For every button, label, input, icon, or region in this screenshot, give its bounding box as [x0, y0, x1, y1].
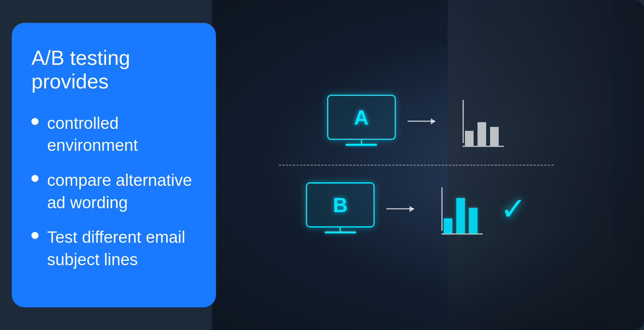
variant-b-row: B	[306, 166, 527, 252]
monitor-b: B	[306, 182, 375, 235]
monitor-b-stand	[340, 227, 341, 231]
chart-a-axes	[455, 100, 506, 147]
bar-a1	[465, 131, 474, 146]
chart-a-bars	[465, 122, 499, 146]
winner-checkmark: ✓	[500, 193, 527, 225]
list-item-2: compare alternative ad wording	[31, 169, 196, 214]
chart-b-bars	[444, 198, 478, 233]
chart-b-y-axis	[441, 187, 443, 231]
bar-b2	[456, 198, 465, 233]
arrow-a-line	[408, 121, 435, 122]
monitor-a-base	[346, 144, 377, 146]
arrow-b-line	[386, 208, 414, 209]
bar-a2	[478, 122, 486, 146]
chart-b	[434, 183, 485, 235]
page-container: A	[0, 0, 644, 330]
ab-diagram: A	[275, 55, 558, 275]
bullet-dot-1	[31, 118, 38, 125]
monitor-b-base	[325, 231, 356, 233]
monitor-a: A	[327, 95, 396, 148]
bar-a3	[490, 127, 499, 146]
monitor-a-screen: A	[327, 95, 396, 140]
arrow-a	[408, 121, 443, 122]
bar-b1	[444, 218, 452, 233]
info-card: A/B testing provides controlled environm…	[12, 23, 216, 307]
bullet-list: controlled environment compare alternati…	[31, 112, 196, 284]
bullet-text-3: Test different email subject lines	[47, 226, 196, 271]
bullet-dot-3	[31, 232, 38, 239]
bullet-text-2: compare alternative ad wording	[47, 169, 196, 214]
variant-b-label: B	[333, 193, 348, 217]
monitor-a-stand	[361, 140, 362, 144]
right-image-section: A	[212, 0, 644, 330]
variant-a-row: A	[327, 78, 506, 165]
bar-b3	[469, 208, 478, 233]
bullet-text-1: controlled environment	[47, 112, 196, 157]
chart-a-x-axis	[463, 146, 504, 147]
variant-a-label: A	[354, 106, 369, 129]
chart-b-axes	[434, 187, 485, 235]
chart-b-x-axis	[441, 233, 483, 235]
monitor-b-screen: B	[306, 182, 375, 227]
chart-a-y-axis	[463, 100, 464, 143]
arrow-b	[386, 208, 422, 209]
list-item-1: controlled environment	[31, 112, 196, 157]
card-heading: A/B testing provides	[31, 46, 196, 94]
list-item-3: Test different email subject lines	[31, 226, 196, 271]
chart-a	[455, 96, 506, 147]
bullet-dot-2	[31, 175, 38, 182]
image-background: A	[212, 0, 644, 330]
